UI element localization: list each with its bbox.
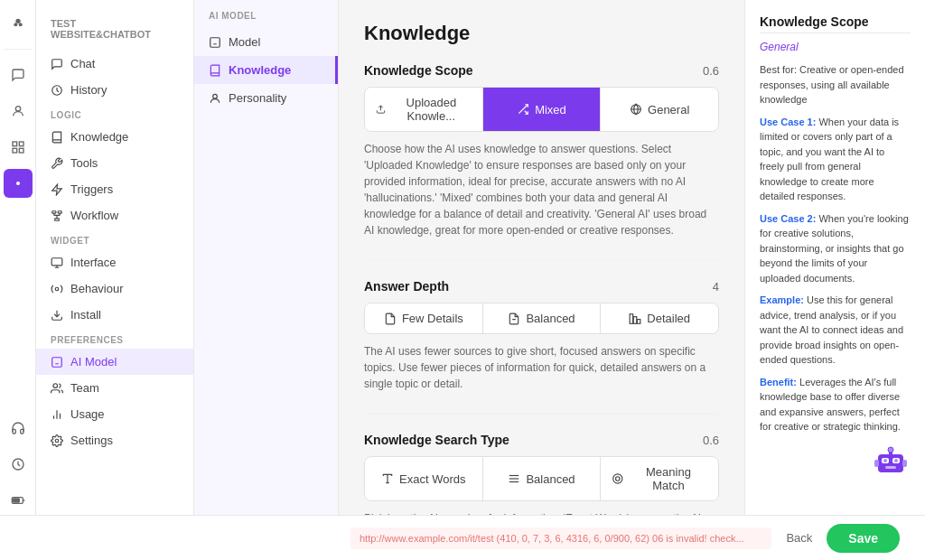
answer-depth-desc: The AI uses fewer sources to give short,…: [364, 343, 719, 392]
nav-chat-label: Chat: [70, 57, 95, 70]
nav-workflow-label: Workflow: [70, 209, 118, 222]
knowledge-search-title: Knowledge Search Type: [364, 433, 509, 447]
right-panel-use-case-1: Use Case 1: When your data is limited or…: [760, 115, 911, 204]
answer-depth-title: Answer Depth: [364, 279, 449, 294]
detailed-btn[interactable]: Detailed: [601, 303, 718, 333]
svg-point-0: [15, 19, 20, 23]
ai-icon-btn[interactable]: [4, 169, 33, 198]
svg-rect-11: [13, 499, 19, 502]
svg-rect-16: [55, 218, 60, 219]
uploaded-knowledge-btn[interactable]: Uploaded Knowle...: [365, 88, 483, 131]
robot-avatar: [871, 442, 911, 481]
brand-label: TEST WEBSITE&CHATBOT: [36, 11, 193, 51]
page-title: Knowledge: [364, 22, 719, 45]
headset-icon-btn[interactable]: [4, 414, 33, 443]
answer-depth-options: Few Details Balanced Detailed: [364, 303, 719, 334]
balanced-search-btn[interactable]: Balanced: [483, 457, 602, 500]
balanced-search-label: Balanced: [526, 472, 575, 486]
svg-rect-53: [885, 466, 896, 469]
save-button[interactable]: Save: [827, 524, 900, 553]
battery-icon-btn[interactable]: [4, 486, 33, 515]
knowledge-scope-desc: Choose how the AI uses knowledge to answ…: [364, 141, 719, 238]
person-icon-btn[interactable]: [4, 97, 33, 126]
svg-point-40: [616, 477, 621, 481]
ai-model-model[interactable]: Model: [194, 28, 338, 56]
svg-rect-33: [638, 319, 641, 323]
nav-ai-model[interactable]: AI Model: [36, 349, 193, 375]
nav-tools[interactable]: Tools: [36, 150, 193, 176]
svg-rect-4: [13, 142, 17, 146]
right-panel-title: Knowledge Scope: [760, 14, 911, 29]
knowledge-scope-options: Uploaded Knowle... Mixed General: [364, 87, 719, 132]
use-case-1-label: Use Case 1:: [760, 117, 816, 127]
ai-model-item-model: Model: [229, 35, 260, 49]
ai-model-personality[interactable]: Personality: [194, 84, 338, 112]
meaning-match-btn[interactable]: Meaning Match: [601, 457, 718, 500]
nav-triggers[interactable]: Triggers: [36, 176, 193, 202]
footer: http://www.example.com/it/test (410, 0, …: [0, 515, 925, 560]
nav-knowledge-label: Knowledge: [70, 130, 128, 144]
nav-history[interactable]: History: [36, 77, 193, 103]
few-details-btn[interactable]: Few Details: [365, 303, 483, 333]
content-area: Knowledge Knowledge Scope 0.6 Uploaded K…: [339, 0, 925, 560]
nav-interface[interactable]: Interface: [36, 249, 193, 275]
mixed-btn[interactable]: Mixed: [483, 88, 602, 131]
meaning-match-label: Meaning Match: [630, 465, 707, 492]
general-label: General: [648, 103, 689, 117]
exact-words-btn[interactable]: Exact Words: [365, 457, 483, 500]
nav-history-label: History: [70, 83, 107, 97]
svg-point-8: [16, 182, 20, 185]
svg-rect-7: [19, 148, 23, 153]
knowledge-search-options: Exact Words Balanced Meaning Match: [364, 456, 719, 501]
svg-rect-6: [13, 148, 17, 153]
chat-icon-btn[interactable]: [4, 61, 33, 89]
general-btn[interactable]: General: [601, 88, 718, 131]
balanced-depth-btn[interactable]: Balanced: [483, 303, 602, 333]
right-info-panel: Knowledge Scope General Best for: Creati…: [744, 0, 925, 560]
nav-tools-label: Tools: [70, 156, 98, 170]
nav-usage-label: Usage: [70, 407, 105, 421]
nav-install[interactable]: Install: [36, 302, 193, 328]
nav-knowledge[interactable]: Knowledge: [36, 124, 193, 150]
ai-model-item-personality: Personality: [229, 91, 286, 105]
nav-usage[interactable]: Usage: [36, 401, 193, 427]
logic-section-label: LOGIC: [36, 103, 193, 124]
svg-rect-57: [902, 460, 907, 467]
nav-settings[interactable]: Settings: [36, 427, 193, 453]
svg-rect-15: [58, 210, 61, 212]
preferences-section-label: PREFERENCES: [36, 328, 193, 349]
logo-icon[interactable]: [4, 9, 33, 38]
uploaded-knowledge-label: Uploaded Knowle...: [391, 96, 472, 123]
footer-note: http://www.example.com/it/test (410, 0, …: [350, 527, 771, 549]
clock-icon-btn[interactable]: [4, 450, 33, 479]
nav-install-label: Install: [70, 308, 101, 322]
nav-settings-label: Settings: [70, 434, 113, 447]
nav-behaviour[interactable]: Behaviour: [36, 275, 193, 302]
few-details-label: Few Details: [402, 312, 463, 325]
widget-section-label: WIDGET: [36, 229, 193, 249]
mixed-label: Mixed: [535, 103, 566, 117]
nav-chat[interactable]: Chat: [36, 51, 193, 77]
nav-workflow[interactable]: Workflow: [36, 202, 193, 229]
svg-point-22: [55, 439, 59, 443]
svg-rect-31: [630, 313, 633, 323]
svg-point-51: [883, 459, 887, 462]
grid-icon-btn[interactable]: [4, 133, 33, 162]
balanced-depth-label: Balanced: [526, 312, 575, 325]
right-panel-best-for: Best for: Creative or open-ended respons…: [760, 62, 911, 107]
back-button[interactable]: Back: [786, 531, 812, 545]
answer-depth-section: Answer Depth 4 Few Details Balanced Deta…: [364, 279, 719, 392]
svg-point-24: [213, 94, 218, 98]
ai-model-knowledge[interactable]: Knowledge: [194, 56, 338, 84]
svg-rect-56: [874, 460, 879, 467]
svg-point-2: [18, 23, 22, 26]
answer-depth-value: 4: [713, 280, 719, 294]
svg-rect-17: [51, 257, 62, 265]
right-panel-subtitle: General: [760, 41, 911, 53]
right-panel-use-case-2: Use Case 2: When you're looking for crea…: [760, 211, 911, 286]
nav-team[interactable]: Team: [36, 375, 193, 401]
svg-marker-13: [52, 184, 62, 195]
svg-point-1: [14, 23, 17, 26]
right-panel-example: Example: Use this for general advice, tr…: [760, 293, 911, 368]
knowledge-search-value: 0.6: [703, 434, 719, 447]
